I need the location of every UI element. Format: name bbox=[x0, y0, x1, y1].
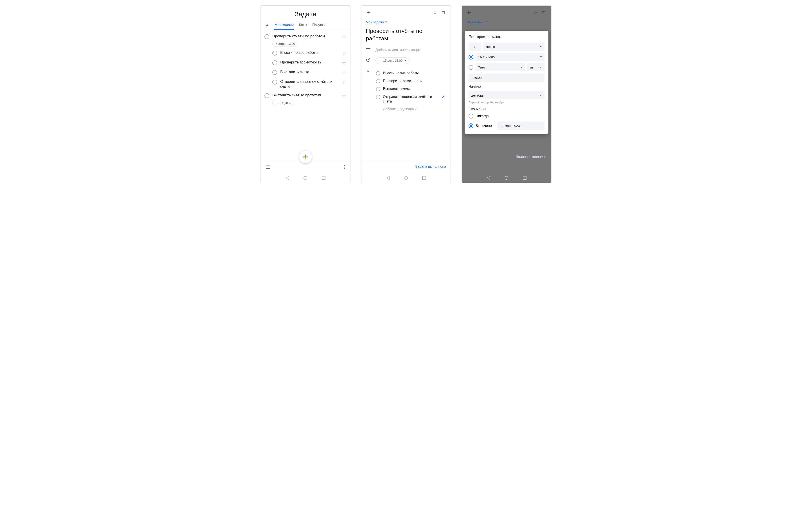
due-chip[interactable]: Завтра, 13:00 bbox=[272, 41, 298, 47]
date-row: чт, 15 дек., 13:00 ✕ bbox=[361, 55, 451, 67]
subtask-text: Проверить грамотность bbox=[383, 79, 446, 83]
screen-repeat-dialog: ☆ Мои задачи Повторяется кажд. 1 месяц 1… bbox=[461, 5, 551, 183]
complete-circle-icon[interactable] bbox=[272, 51, 277, 55]
task-detail-title[interactable]: Проверить отчёты по работам bbox=[361, 26, 451, 45]
complete-circle-icon[interactable] bbox=[272, 60, 277, 65]
subtask-text: Внести новые работы bbox=[383, 71, 446, 76]
task-list[interactable]: Проверить отчёты по работам Завтра, 13:0… bbox=[261, 30, 350, 161]
interval-unit-select[interactable]: месяц bbox=[483, 43, 544, 51]
day-of-month-select[interactable]: 16-е число bbox=[476, 53, 544, 61]
dialog-title: Повторяется кажд. bbox=[468, 35, 544, 39]
add-task-fab[interactable] bbox=[299, 151, 312, 163]
due-chip[interactable]: пт, 16 дек., bbox=[272, 100, 294, 106]
star-outline-icon[interactable]: ☆ bbox=[342, 60, 347, 66]
add-subtask-button[interactable]: Добавить подзадачи bbox=[376, 105, 446, 111]
end-on-label: Включено bbox=[476, 124, 495, 128]
clear-date-icon[interactable]: ✕ bbox=[404, 58, 407, 62]
tab-my-tasks[interactable]: Мои задачи bbox=[275, 21, 294, 30]
chevron-down-icon bbox=[540, 95, 542, 96]
nav-back-icon[interactable] bbox=[286, 176, 289, 180]
chevron-down-icon bbox=[540, 67, 542, 68]
star-outline-icon[interactable]: ☆ bbox=[342, 34, 347, 40]
star-outline-icon[interactable]: ☆ bbox=[342, 93, 347, 99]
nav-home-icon[interactable] bbox=[404, 176, 408, 180]
list-label-text: Мои задачи bbox=[366, 20, 384, 24]
interval-number-field[interactable]: 1 bbox=[468, 43, 481, 51]
app-title: Задачи bbox=[261, 6, 350, 21]
nav-recent-icon[interactable] bbox=[422, 176, 426, 180]
radio-weekday-ordinal[interactable] bbox=[468, 65, 473, 70]
complete-circle-icon[interactable] bbox=[272, 80, 277, 85]
back-arrow-icon[interactable] bbox=[366, 10, 371, 15]
subtask-row[interactable]: Отправить клиентам отчёты и счета ☆ bbox=[261, 77, 350, 91]
star-outline-icon[interactable]: ☆ bbox=[432, 10, 438, 15]
repeat-dialog: Повторяется кажд. 1 месяц 16-е число Тре… bbox=[464, 31, 548, 134]
task-title: Выставить счёт за прототип bbox=[272, 93, 339, 98]
star-outline-icon[interactable]: ☆ bbox=[342, 50, 347, 56]
notes-row[interactable]: Добавить доп. информацию bbox=[361, 45, 451, 55]
remove-subtask-icon[interactable]: ✕ bbox=[442, 94, 446, 99]
task-row[interactable]: Выставить счёт за прототип пт, 16 дек., … bbox=[261, 91, 350, 107]
radio-day-of-month[interactable] bbox=[468, 55, 473, 59]
nav-home-icon[interactable] bbox=[304, 176, 307, 180]
subtask-item[interactable]: Отправить клиентам отчёты и счета ✕ bbox=[376, 93, 446, 105]
plus-icon bbox=[303, 155, 308, 159]
chevron-down-icon bbox=[540, 46, 542, 47]
nav-back-icon[interactable] bbox=[487, 176, 490, 180]
chevron-down-icon bbox=[520, 67, 523, 68]
subtask-row[interactable]: Внести новые работы ☆ bbox=[261, 48, 350, 58]
task-row[interactable]: Проверить отчёты по работам Завтра, 13:0… bbox=[261, 32, 350, 48]
end-date-field[interactable]: 17 мар. 2023 г. bbox=[498, 122, 544, 130]
android-navbar bbox=[462, 173, 551, 183]
list-tabs: ★ Мои задачи Коты Покупки bbox=[261, 21, 350, 30]
weekday-select[interactable]: пт bbox=[527, 63, 544, 71]
android-navbar bbox=[261, 173, 350, 183]
star-outline-icon[interactable]: ☆ bbox=[342, 79, 347, 85]
mark-done-button[interactable]: Задача выполнена bbox=[361, 160, 451, 173]
trash-icon[interactable] bbox=[441, 10, 446, 15]
subtask-text: Отправить клиентам отчёты и счета bbox=[383, 94, 439, 104]
starred-tab-icon[interactable]: ★ bbox=[265, 23, 269, 28]
mark-done-button-dimmed: Задача выполнена bbox=[462, 151, 551, 163]
tab-cats[interactable]: Коты bbox=[299, 21, 307, 30]
time-field[interactable]: 20:00 bbox=[468, 74, 544, 82]
date-chip[interactable]: чт, 15 дек., 13:00 ✕ bbox=[375, 57, 409, 64]
complete-circle-icon[interactable] bbox=[264, 34, 269, 39]
star-outline-icon[interactable]: ☆ bbox=[342, 70, 347, 76]
radio-end-never[interactable] bbox=[468, 114, 473, 119]
complete-circle-icon[interactable] bbox=[376, 95, 380, 99]
complete-circle-icon[interactable] bbox=[376, 79, 380, 83]
nav-recent-icon[interactable] bbox=[523, 176, 527, 180]
radio-end-on[interactable] bbox=[468, 123, 473, 128]
ordinal-select[interactable]: Трет. bbox=[476, 63, 525, 71]
subtask-item[interactable]: Выставить счета bbox=[376, 85, 446, 93]
end-never-label: Никогда bbox=[476, 114, 489, 118]
list-selector[interactable]: Мои задачи bbox=[361, 19, 451, 26]
notes-placeholder: Добавить доп. информацию bbox=[375, 48, 421, 52]
chevron-down-icon bbox=[385, 22, 387, 23]
tab-shopping[interactable]: Покупки bbox=[312, 21, 325, 30]
complete-circle-icon[interactable] bbox=[264, 93, 269, 98]
nav-recent-icon[interactable] bbox=[322, 176, 325, 180]
task-title: Внести новые работы bbox=[280, 50, 339, 55]
start-month-select[interactable]: декабрь bbox=[468, 91, 544, 99]
complete-circle-icon[interactable] bbox=[376, 71, 380, 76]
menu-icon[interactable] bbox=[266, 166, 270, 169]
subtask-row[interactable]: Выставить счета ☆ bbox=[261, 68, 350, 77]
subtask-item[interactable]: Проверить грамотность bbox=[376, 77, 446, 85]
start-heading: Начало bbox=[468, 85, 544, 89]
complete-circle-icon[interactable] bbox=[376, 87, 380, 91]
nav-home-icon[interactable] bbox=[504, 176, 508, 180]
nav-back-icon[interactable] bbox=[386, 176, 390, 180]
more-icon[interactable] bbox=[344, 165, 345, 169]
trash-icon bbox=[541, 10, 547, 15]
list-selector-dimmed: Мои задачи bbox=[462, 19, 551, 25]
subtask-item[interactable]: Внести новые работы bbox=[376, 69, 446, 77]
notes-icon bbox=[366, 48, 371, 52]
detail-topbar: ☆ bbox=[361, 6, 451, 19]
detail-topbar-dimmed: ☆ bbox=[462, 6, 551, 19]
subtask-text: Выставить счета bbox=[383, 86, 446, 91]
end-heading: Окончание bbox=[468, 107, 544, 111]
subtask-row[interactable]: Проверить грамотность ☆ bbox=[261, 58, 350, 68]
complete-circle-icon[interactable] bbox=[272, 70, 277, 75]
